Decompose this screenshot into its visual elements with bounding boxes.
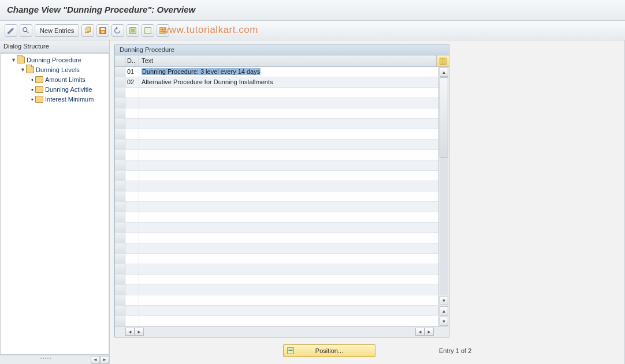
copy-icon[interactable] (81, 24, 94, 37)
cell-text (139, 295, 438, 305)
tree-node-amount-limits[interactable]: • Amount Limits (1, 74, 109, 84)
row-selector[interactable] (115, 98, 125, 108)
tree-node-dunning-procedure[interactable]: ▼ Dunning Procedure (1, 55, 109, 65)
cell-d (125, 306, 139, 316)
content-area: Dunning Procedure D.. Text 01Dunning Pro… (110, 40, 625, 364)
cell-text[interactable]: Dunning Procedure: 3 level every 14 days (139, 67, 438, 77)
svg-rect-10 (146, 28, 150, 32)
scroll-down-icon[interactable]: ▼ (440, 296, 448, 305)
panel-title: Dunning Procedure (114, 44, 449, 55)
hscroll-right-icon[interactable]: ► (135, 328, 144, 336)
sidebar-hscroll[interactable]: ◄ ► (0, 355, 109, 364)
hscroll-left2-icon[interactable]: ◄ (415, 328, 425, 336)
tree-label: Interest Minimum (45, 96, 94, 103)
tree-label: Amount Limits (45, 76, 85, 83)
expand-icon[interactable]: ▼ (11, 57, 17, 63)
cell-d (125, 212, 139, 222)
row-selector[interactable] (115, 275, 125, 284)
row-selector[interactable] (115, 160, 125, 170)
table-row (115, 212, 438, 223)
scroll-up2-icon[interactable]: ▲ (440, 306, 448, 316)
scroll-down2-icon[interactable]: ▼ (440, 317, 448, 326)
folder-icon (35, 86, 43, 93)
scroll-right-icon[interactable]: ► (100, 356, 109, 364)
row-selector[interactable] (115, 254, 125, 264)
row-selector[interactable] (115, 295, 125, 305)
grid-hscroll[interactable]: ◄ ► ◄ ► (115, 327, 449, 337)
grid-vscroll[interactable]: ▲ ▼ ▲ ▼ (438, 67, 449, 327)
undo-icon[interactable] (111, 24, 124, 37)
table-row (115, 316, 438, 327)
row-selector[interactable] (115, 192, 125, 201)
cell-d (125, 160, 139, 170)
row-selector[interactable] (115, 88, 125, 97)
row-selector[interactable] (115, 108, 125, 118)
row-selector[interactable] (115, 212, 125, 222)
table-settings-icon[interactable] (157, 24, 169, 37)
cell-text (139, 223, 438, 232)
tree-node-dunning-levels[interactable]: ▼ Dunning Levels (1, 65, 109, 74)
expand-icon[interactable]: ▼ (20, 67, 26, 73)
row-selector[interactable] (115, 140, 125, 149)
cell-text (139, 119, 438, 129)
cell-text (139, 285, 438, 295)
grid-header-select[interactable] (115, 55, 125, 66)
grid-header-text[interactable]: Text (139, 55, 436, 66)
save-icon[interactable] (96, 24, 109, 37)
toggle-edit-icon[interactable] (5, 24, 17, 37)
cell-d (125, 140, 139, 149)
row-selector[interactable] (115, 264, 125, 274)
cell-text[interactable]: Alternative Procedure for Dunning Instal… (139, 77, 438, 87)
row-selector[interactable] (115, 171, 125, 181)
row-selector[interactable] (115, 67, 125, 77)
find-icon[interactable] (20, 24, 32, 37)
cell-d[interactable]: 01 (125, 67, 139, 77)
row-selector[interactable] (115, 181, 125, 191)
row-selector[interactable] (115, 202, 125, 212)
position-icon (286, 346, 295, 355)
hscroll-left-icon[interactable]: ◄ (125, 328, 135, 336)
row-selector[interactable] (115, 223, 125, 232)
cell-text (139, 275, 438, 284)
cell-text (139, 306, 438, 316)
select-all-icon[interactable] (127, 24, 139, 37)
position-button[interactable]: Position... (283, 344, 375, 357)
cell-text (139, 160, 438, 170)
row-selector[interactable] (115, 233, 125, 243)
table-row[interactable]: 01Dunning Procedure: 3 level every 14 da… (115, 67, 438, 77)
cell-text (139, 98, 438, 108)
table-row (115, 108, 438, 119)
tree-label: Dunning Activitie (45, 86, 92, 93)
scroll-track[interactable] (440, 77, 448, 295)
cell-text (139, 150, 438, 160)
table-row[interactable]: 02Alternative Procedure for Dunning Inst… (115, 77, 438, 88)
scroll-left-icon[interactable]: ◄ (91, 356, 100, 364)
hscroll-right2-icon[interactable]: ► (425, 328, 434, 336)
scroll-up-icon[interactable]: ▲ (440, 67, 448, 77)
row-selector[interactable] (115, 77, 125, 87)
row-selector[interactable] (115, 119, 125, 129)
row-selector[interactable] (115, 150, 125, 160)
tree-node-interest-minimum[interactable]: • Interest Minimum (1, 94, 109, 104)
folder-icon (35, 96, 43, 103)
new-entries-button[interactable]: New Entries (35, 24, 79, 37)
cell-d (125, 192, 139, 201)
cell-d (125, 171, 139, 181)
table-row (115, 306, 438, 316)
deselect-all-icon[interactable] (142, 24, 154, 37)
row-selector[interactable] (115, 243, 125, 253)
table-row (115, 202, 438, 212)
configure-columns-icon[interactable] (436, 55, 449, 66)
position-label: Position... (315, 347, 343, 354)
row-selector[interactable] (115, 316, 125, 326)
row-selector[interactable] (115, 129, 125, 139)
row-selector[interactable] (115, 306, 125, 316)
bullet-icon: • (29, 86, 35, 93)
cell-d[interactable]: 02 (125, 77, 139, 87)
grid-header-d[interactable]: D.. (125, 55, 139, 66)
scroll-thumb[interactable] (440, 77, 448, 158)
resize-handle-icon[interactable] (34, 358, 57, 362)
tree[interactable]: ▼ Dunning Procedure ▼ Dunning Levels • A… (0, 53, 109, 355)
tree-node-dunning-activities[interactable]: • Dunning Activitie (1, 84, 109, 94)
row-selector[interactable] (115, 285, 125, 295)
